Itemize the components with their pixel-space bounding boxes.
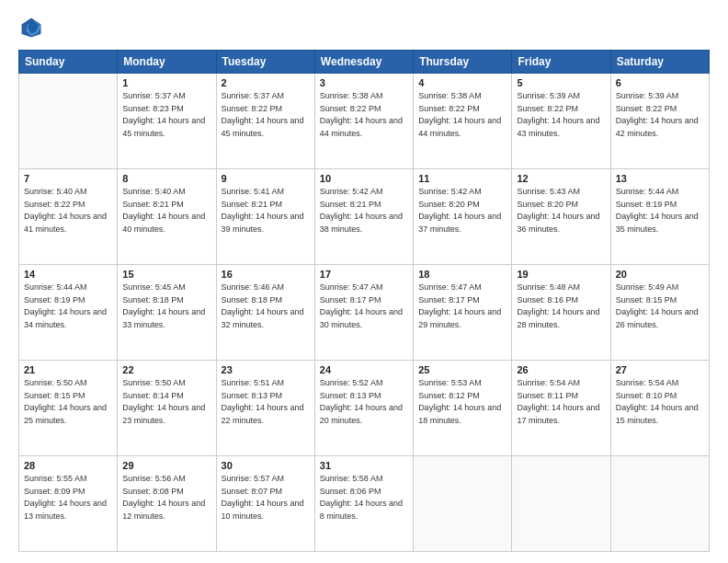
- calendar-cell: 29Sunrise: 5:56 AM Sunset: 8:08 PM Dayli…: [118, 456, 216, 552]
- day-number: 14: [24, 269, 112, 280]
- day-number: 1: [122, 77, 210, 88]
- day-number: 12: [517, 173, 605, 184]
- day-info: Sunrise: 5:54 AM Sunset: 8:10 PM Dayligh…: [616, 377, 704, 427]
- day-number: 31: [320, 460, 408, 471]
- day-info: Sunrise: 5:38 AM Sunset: 8:22 PM Dayligh…: [418, 90, 506, 140]
- day-info: Sunrise: 5:43 AM Sunset: 8:20 PM Dayligh…: [517, 186, 605, 236]
- calendar-cell: 3Sunrise: 5:38 AM Sunset: 8:22 PM Daylig…: [314, 74, 413, 169]
- day-number: 22: [122, 364, 210, 375]
- day-info: Sunrise: 5:40 AM Sunset: 8:22 PM Dayligh…: [24, 186, 112, 236]
- day-number: 2: [222, 77, 310, 88]
- calendar-cell: 22Sunrise: 5:50 AM Sunset: 8:14 PM Dayli…: [118, 361, 216, 456]
- day-info: Sunrise: 5:38 AM Sunset: 8:22 PM Dayligh…: [320, 90, 408, 140]
- calendar-page: SundayMondayTuesdayWednesdayThursdayFrid…: [0, 0, 728, 563]
- calendar-cell: 30Sunrise: 5:57 AM Sunset: 8:07 PM Dayli…: [216, 456, 314, 552]
- week-row-2: 14Sunrise: 5:44 AM Sunset: 8:19 PM Dayli…: [19, 265, 710, 361]
- week-row-0: 1Sunrise: 5:37 AM Sunset: 8:23 PM Daylig…: [19, 74, 710, 169]
- day-number: 3: [320, 77, 408, 88]
- calendar-cell: 6Sunrise: 5:39 AM Sunset: 8:22 PM Daylig…: [610, 74, 709, 169]
- weekday-monday: Monday: [118, 51, 216, 74]
- weekday-tuesday: Tuesday: [216, 51, 314, 74]
- day-info: Sunrise: 5:39 AM Sunset: 8:22 PM Dayligh…: [616, 90, 704, 140]
- day-info: Sunrise: 5:57 AM Sunset: 8:07 PM Dayligh…: [222, 473, 310, 523]
- calendar-cell: 25Sunrise: 5:53 AM Sunset: 8:12 PM Dayli…: [414, 361, 512, 456]
- day-number: 19: [517, 269, 605, 280]
- calendar-cell: 7Sunrise: 5:40 AM Sunset: 8:22 PM Daylig…: [19, 169, 118, 265]
- calendar-cell: 4Sunrise: 5:38 AM Sunset: 8:22 PM Daylig…: [414, 74, 512, 169]
- day-number: 7: [24, 173, 112, 184]
- day-info: Sunrise: 5:44 AM Sunset: 8:19 PM Dayligh…: [616, 186, 704, 236]
- day-info: Sunrise: 5:42 AM Sunset: 8:20 PM Dayligh…: [418, 186, 506, 236]
- weekday-thursday: Thursday: [414, 51, 512, 74]
- day-info: Sunrise: 5:37 AM Sunset: 8:22 PM Dayligh…: [222, 90, 310, 140]
- day-info: Sunrise: 5:49 AM Sunset: 8:15 PM Dayligh…: [616, 282, 704, 331]
- weekday-friday: Friday: [512, 51, 610, 74]
- calendar-cell: 12Sunrise: 5:43 AM Sunset: 8:20 PM Dayli…: [512, 169, 610, 265]
- day-number: 16: [222, 269, 310, 280]
- logo: [18, 15, 48, 40]
- day-number: 20: [616, 269, 704, 280]
- day-info: Sunrise: 5:50 AM Sunset: 8:15 PM Dayligh…: [24, 377, 112, 427]
- day-info: Sunrise: 5:42 AM Sunset: 8:21 PM Dayligh…: [320, 186, 408, 236]
- day-info: Sunrise: 5:53 AM Sunset: 8:12 PM Dayligh…: [418, 377, 506, 427]
- calendar-table: SundayMondayTuesdayWednesdayThursdayFrid…: [18, 50, 710, 552]
- weekday-saturday: Saturday: [610, 51, 709, 74]
- day-number: 6: [616, 77, 704, 88]
- calendar-cell: [19, 74, 118, 169]
- calendar-cell: 24Sunrise: 5:52 AM Sunset: 8:13 PM Dayli…: [314, 361, 413, 456]
- header: [18, 15, 710, 40]
- day-number: 26: [517, 364, 605, 375]
- week-row-1: 7Sunrise: 5:40 AM Sunset: 8:22 PM Daylig…: [19, 169, 710, 265]
- day-number: 17: [320, 269, 408, 280]
- day-number: 9: [222, 173, 310, 184]
- day-info: Sunrise: 5:44 AM Sunset: 8:19 PM Dayligh…: [24, 282, 112, 331]
- day-info: Sunrise: 5:48 AM Sunset: 8:16 PM Dayligh…: [517, 282, 605, 331]
- calendar-cell: 28Sunrise: 5:55 AM Sunset: 8:09 PM Dayli…: [19, 456, 118, 552]
- day-number: 18: [418, 269, 506, 280]
- day-number: 4: [418, 77, 506, 88]
- day-info: Sunrise: 5:41 AM Sunset: 8:21 PM Dayligh…: [222, 186, 310, 236]
- day-number: 21: [24, 364, 112, 375]
- calendar-cell: [414, 456, 512, 552]
- calendar-cell: 18Sunrise: 5:47 AM Sunset: 8:17 PM Dayli…: [414, 265, 512, 361]
- day-number: 28: [24, 460, 112, 471]
- day-number: 23: [222, 364, 310, 375]
- day-number: 10: [320, 173, 408, 184]
- day-number: 27: [616, 364, 704, 375]
- calendar-cell: 31Sunrise: 5:58 AM Sunset: 8:06 PM Dayli…: [314, 456, 413, 552]
- calendar-cell: 20Sunrise: 5:49 AM Sunset: 8:15 PM Dayli…: [610, 265, 709, 361]
- calendar-cell: 15Sunrise: 5:45 AM Sunset: 8:18 PM Dayli…: [118, 265, 216, 361]
- day-info: Sunrise: 5:54 AM Sunset: 8:11 PM Dayligh…: [517, 377, 605, 427]
- day-info: Sunrise: 5:58 AM Sunset: 8:06 PM Dayligh…: [320, 473, 408, 523]
- calendar-cell: 9Sunrise: 5:41 AM Sunset: 8:21 PM Daylig…: [216, 169, 314, 265]
- day-number: 24: [320, 364, 408, 375]
- day-number: 5: [517, 77, 605, 88]
- calendar-cell: 2Sunrise: 5:37 AM Sunset: 8:22 PM Daylig…: [216, 74, 314, 169]
- logo-icon: [18, 15, 44, 40]
- calendar-cell: 27Sunrise: 5:54 AM Sunset: 8:10 PM Dayli…: [610, 361, 709, 456]
- week-row-4: 28Sunrise: 5:55 AM Sunset: 8:09 PM Dayli…: [19, 456, 710, 552]
- day-info: Sunrise: 5:47 AM Sunset: 8:17 PM Dayligh…: [320, 282, 408, 331]
- calendar-cell: 5Sunrise: 5:39 AM Sunset: 8:22 PM Daylig…: [512, 74, 610, 169]
- day-info: Sunrise: 5:39 AM Sunset: 8:22 PM Dayligh…: [517, 90, 605, 140]
- day-info: Sunrise: 5:55 AM Sunset: 8:09 PM Dayligh…: [24, 473, 112, 523]
- calendar-cell: 11Sunrise: 5:42 AM Sunset: 8:20 PM Dayli…: [414, 169, 512, 265]
- calendar-cell: 16Sunrise: 5:46 AM Sunset: 8:18 PM Dayli…: [216, 265, 314, 361]
- calendar-cell: 10Sunrise: 5:42 AM Sunset: 8:21 PM Dayli…: [314, 169, 413, 265]
- day-info: Sunrise: 5:50 AM Sunset: 8:14 PM Dayligh…: [122, 377, 210, 427]
- day-info: Sunrise: 5:52 AM Sunset: 8:13 PM Dayligh…: [320, 377, 408, 427]
- calendar-cell: 8Sunrise: 5:40 AM Sunset: 8:21 PM Daylig…: [118, 169, 216, 265]
- day-number: 8: [122, 173, 210, 184]
- calendar-cell: 14Sunrise: 5:44 AM Sunset: 8:19 PM Dayli…: [19, 265, 118, 361]
- calendar-cell: 13Sunrise: 5:44 AM Sunset: 8:19 PM Dayli…: [610, 169, 709, 265]
- calendar-cell: 21Sunrise: 5:50 AM Sunset: 8:15 PM Dayli…: [19, 361, 118, 456]
- day-info: Sunrise: 5:51 AM Sunset: 8:13 PM Dayligh…: [222, 377, 310, 427]
- calendar-cell: 1Sunrise: 5:37 AM Sunset: 8:23 PM Daylig…: [118, 74, 216, 169]
- day-number: 30: [222, 460, 310, 471]
- day-number: 13: [616, 173, 704, 184]
- day-number: 29: [122, 460, 210, 471]
- calendar-cell: 19Sunrise: 5:48 AM Sunset: 8:16 PM Dayli…: [512, 265, 610, 361]
- day-info: Sunrise: 5:47 AM Sunset: 8:17 PM Dayligh…: [418, 282, 506, 331]
- calendar-cell: [512, 456, 610, 552]
- day-number: 15: [122, 269, 210, 280]
